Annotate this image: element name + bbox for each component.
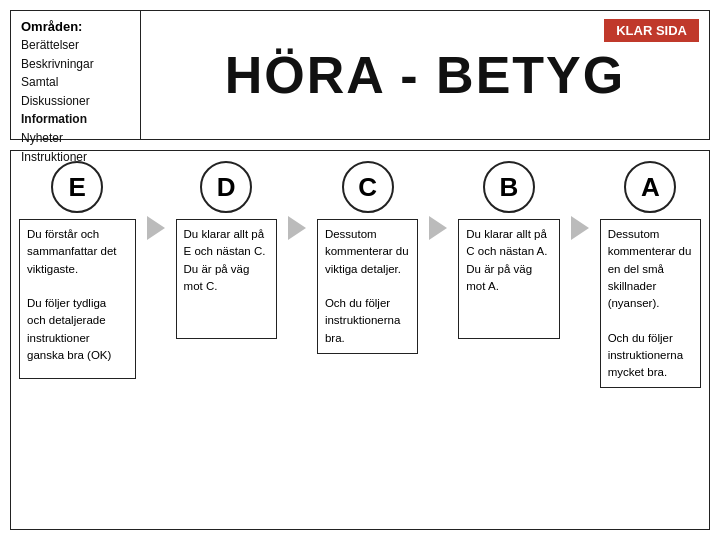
- arrow-icon-3: [429, 216, 447, 240]
- left-panel: Områden: Berättelser Beskrivningar Samta…: [11, 11, 141, 139]
- top-section: Områden: Berättelser Beskrivningar Samta…: [10, 10, 710, 140]
- areas-title: Områden:: [21, 19, 130, 34]
- area-item-1: Berättelser: [21, 36, 130, 55]
- grade-col-b: B Du klarar allt på C och nästan A. Du ä…: [458, 161, 559, 339]
- area-item-2: Beskrivningar: [21, 55, 130, 74]
- grade-col-e: E Du förstår och sammanfattar det viktig…: [19, 161, 136, 379]
- arrow-icon-2: [288, 216, 306, 240]
- areas-list: Berättelser Beskrivningar Samtal Diskuss…: [21, 36, 130, 166]
- grade-col-d: D Du klarar allt på E och nästan C. Du ä…: [176, 161, 277, 339]
- klar-sida-button[interactable]: KLAR SIDA: [604, 19, 699, 42]
- arrow-c-b: [426, 161, 450, 240]
- area-item-5: Information: [21, 110, 130, 129]
- main-title: HÖRA - BETYG: [225, 45, 626, 105]
- arrow-icon-4: [571, 216, 589, 240]
- grade-box-d: Du klarar allt på E och nästan C. Du är …: [176, 219, 277, 339]
- grade-col-a: A Dessutom kommenterar du en del små ski…: [600, 161, 701, 388]
- grade-circle-a: A: [624, 161, 676, 213]
- grade-col-c: C Dessutom kommenterar du viktiga detalj…: [317, 161, 418, 354]
- arrow-b-a: [568, 161, 592, 240]
- grade-box-b: Du klarar allt på C och nästan A. Du är …: [458, 219, 559, 339]
- center-title-panel: HÖRA - BETYG KLAR SIDA: [141, 11, 709, 139]
- arrow-e-d: [144, 161, 168, 240]
- grade-circle-d: D: [200, 161, 252, 213]
- area-item-6: Nyheter: [21, 129, 130, 148]
- arrow-d-c: [285, 161, 309, 240]
- page: Områden: Berättelser Beskrivningar Samta…: [0, 0, 720, 540]
- grade-box-e: Du förstår och sammanfattar det viktigas…: [19, 219, 136, 379]
- grade-circle-c: C: [342, 161, 394, 213]
- grade-box-c: Dessutom kommenterar du viktiga detaljer…: [317, 219, 418, 354]
- grade-box-a: Dessutom kommenterar du en del små skill…: [600, 219, 701, 388]
- bottom-section: E Du förstår och sammanfattar det viktig…: [10, 150, 710, 530]
- arrow-icon-1: [147, 216, 165, 240]
- area-item-4: Diskussioner: [21, 92, 130, 111]
- grade-circle-b: B: [483, 161, 535, 213]
- grade-circle-e: E: [51, 161, 103, 213]
- area-item-3: Samtal: [21, 73, 130, 92]
